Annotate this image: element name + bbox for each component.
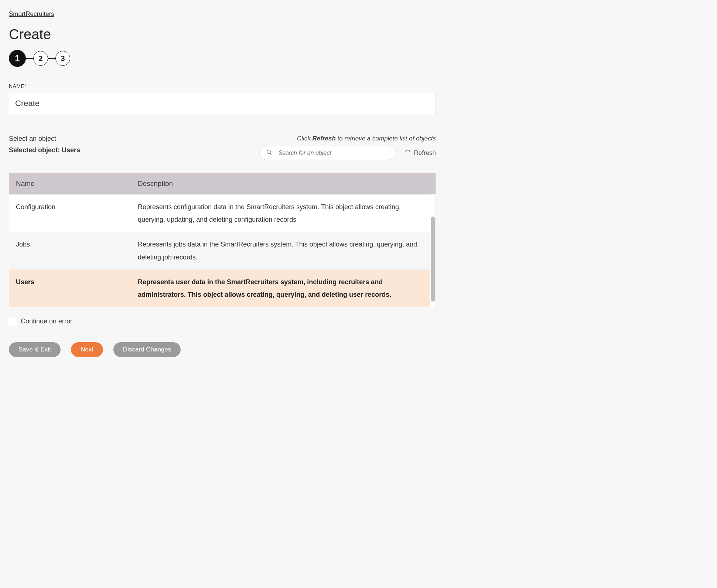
table-row[interactable]: JobsRepresents jobs data in the SmartRec… xyxy=(9,232,430,269)
save-exit-button[interactable]: Save & Exit xyxy=(9,342,61,357)
scrollbar-thumb[interactable] xyxy=(431,217,435,302)
table-cell-name: Jobs xyxy=(9,232,131,269)
required-mark: * xyxy=(24,83,27,89)
refresh-hint-bold: Refresh xyxy=(313,135,336,142)
object-search-box[interactable] xyxy=(259,146,396,160)
svg-line-1 xyxy=(270,153,272,154)
stepper-step-1[interactable]: 1 xyxy=(9,50,26,67)
table-cell-description: Represents configuration data in the Sma… xyxy=(131,195,430,232)
search-icon xyxy=(266,149,272,157)
stepper-step-3[interactable]: 3 xyxy=(55,51,70,66)
name-field-label-text: NAME xyxy=(9,83,24,89)
table-cell-description: Represents jobs data in the SmartRecruit… xyxy=(131,232,430,269)
refresh-button[interactable]: Refresh xyxy=(405,149,436,157)
table-cell-description: Represents user data in the SmartRecruit… xyxy=(131,270,430,307)
object-search-input[interactable] xyxy=(277,149,389,157)
table-header: Name Description xyxy=(9,173,436,194)
selected-object-line: Selected object: Users xyxy=(9,146,80,154)
object-table: Name Description ConfigurationRepresents… xyxy=(9,173,436,307)
breadcrumb-link-smartrecruiters[interactable]: SmartRecruiters xyxy=(9,10,54,17)
refresh-icon xyxy=(405,149,411,157)
stepper-connector xyxy=(26,58,33,59)
table-row[interactable]: UsersRepresents user data in the SmartRe… xyxy=(9,269,430,307)
svg-point-0 xyxy=(267,150,270,153)
select-object-prompt: Select an object xyxy=(9,135,80,143)
table-cell-name: Users xyxy=(9,270,131,307)
name-field-label: NAME* xyxy=(9,83,436,89)
refresh-hint-prefix: Click xyxy=(297,135,313,142)
table-header-description: Description xyxy=(131,173,436,194)
table-scrollbar[interactable] xyxy=(430,194,436,307)
stepper-connector xyxy=(48,58,55,59)
table-row[interactable]: ConfigurationRepresents configuration da… xyxy=(9,194,430,232)
table-header-name: Name xyxy=(9,173,131,194)
stepper-step-2[interactable]: 2 xyxy=(33,51,48,66)
page-title: Create xyxy=(9,27,436,43)
refresh-hint: Click Refresh to retrieve a complete lis… xyxy=(259,135,436,142)
refresh-hint-suffix: to retrieve a complete list of objects xyxy=(336,135,436,142)
selected-object-value: Users xyxy=(62,146,80,154)
table-cell-name: Configuration xyxy=(9,195,131,232)
selected-object-prefix: Selected object: xyxy=(9,146,62,154)
stepper: 1 2 3 xyxy=(9,50,436,67)
continue-on-error-label: Continue on error xyxy=(21,317,72,325)
next-button[interactable]: Next xyxy=(71,342,103,357)
breadcrumb: SmartRecruiters xyxy=(9,10,436,18)
name-input[interactable] xyxy=(9,93,436,114)
refresh-button-label: Refresh xyxy=(414,149,436,157)
continue-on-error-checkbox[interactable] xyxy=(9,318,16,325)
discard-changes-button[interactable]: Discard Changes xyxy=(113,342,181,357)
